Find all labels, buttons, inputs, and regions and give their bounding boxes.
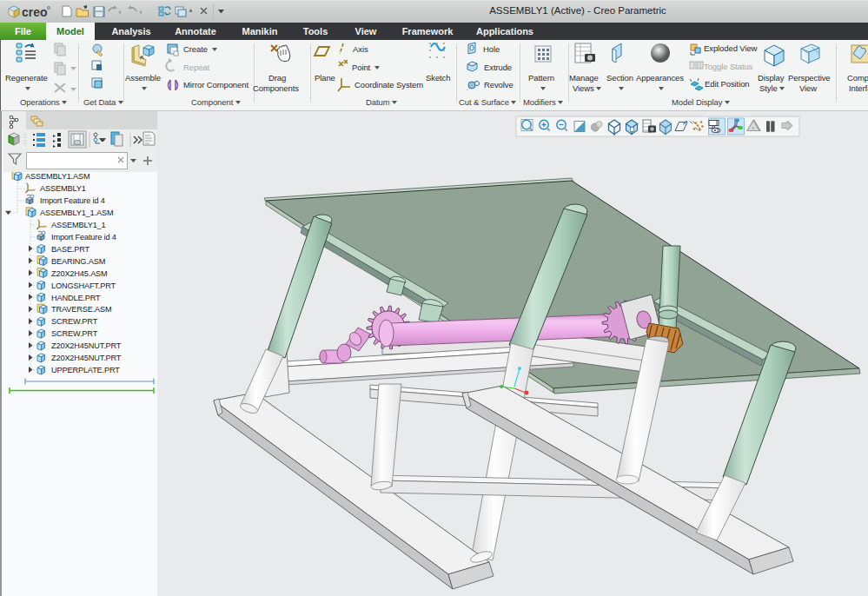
svg-text:creo: creo bbox=[22, 5, 48, 19]
